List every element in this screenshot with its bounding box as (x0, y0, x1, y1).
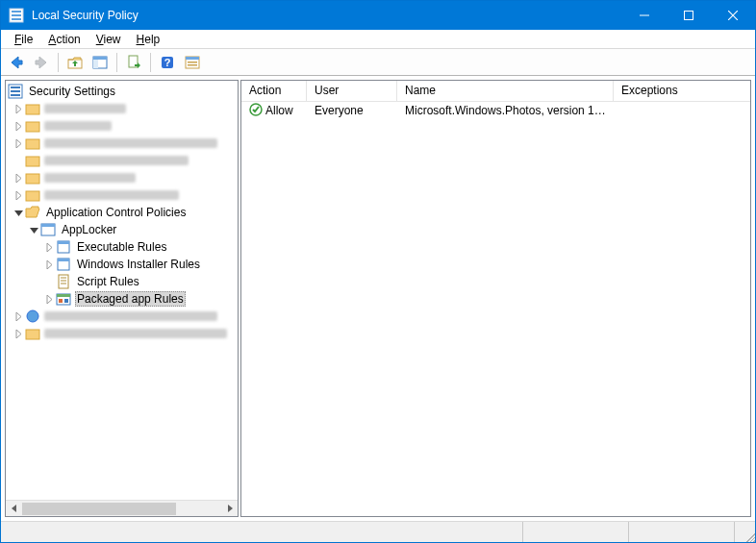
tree-exe-rules[interactable]: Executable Rules (8, 238, 238, 256)
applocker-icon (40, 222, 56, 237)
folder-icon (25, 153, 40, 168)
tree-script-rules-label: Script Rules (75, 275, 141, 288)
body: Security Settings Application Control Po… (1, 76, 755, 521)
back-button[interactable] (5, 52, 28, 73)
cell-name: Microsoft.Windows.Photos, version 16.... (397, 104, 614, 117)
status-cell (522, 522, 628, 542)
chevron-right-icon[interactable] (42, 258, 56, 271)
list-body[interactable]: Allow Everyone Microsoft.Windows.Photos,… (241, 102, 750, 516)
rules-icon (56, 257, 71, 272)
up-button[interactable] (63, 52, 87, 73)
chevron-right-icon[interactable] (12, 119, 25, 133)
tree-applocker[interactable]: AppLocker (8, 221, 238, 238)
svg-rect-38 (59, 299, 63, 303)
allow-icon (249, 103, 263, 119)
svg-rect-26 (26, 157, 39, 166)
menu-action[interactable]: Action (40, 31, 88, 48)
chevron-right-icon[interactable] (12, 136, 25, 150)
tree-packaged-app-rules-label: Packaged app Rules (75, 291, 186, 307)
tree-blurred-item[interactable] (8, 169, 238, 186)
menubar: File Action View Help (1, 30, 755, 49)
chevron-down-icon[interactable] (27, 223, 40, 236)
svg-rect-34 (58, 259, 69, 261)
properties-button[interactable] (181, 52, 204, 73)
tree-packaged-app-rules[interactable]: Packaged app Rules (8, 290, 238, 308)
chevron-right-icon[interactable] (12, 171, 25, 185)
svg-rect-28 (26, 191, 39, 201)
chevron-right-icon[interactable] (42, 240, 56, 254)
tree-blurred-item[interactable] (8, 308, 238, 325)
scroll-track[interactable] (22, 501, 221, 517)
minimize-button[interactable] (622, 1, 667, 30)
cell-action: Allow (265, 104, 293, 117)
svg-rect-21 (11, 90, 20, 92)
tree-app-control-label: Application Control Policies (44, 206, 188, 219)
tree-blurred-item[interactable] (8, 117, 238, 135)
svg-rect-22 (11, 94, 20, 96)
col-exceptions[interactable]: Exceptions (614, 81, 750, 101)
tree-script-rules[interactable]: Script Rules (8, 273, 238, 290)
scroll-thumb[interactable] (22, 503, 176, 515)
col-user[interactable]: User (307, 81, 397, 101)
col-action[interactable]: Action (241, 81, 307, 101)
tree-blurred-item[interactable] (8, 152, 238, 169)
chevron-right-icon[interactable] (12, 188, 25, 202)
statusbar (1, 521, 755, 542)
close-button[interactable] (711, 1, 755, 30)
svg-rect-35 (59, 275, 68, 288)
tree-blurred-item[interactable] (8, 325, 238, 342)
maximize-button[interactable] (667, 1, 711, 30)
ipsec-icon (25, 309, 40, 324)
tree-blurred-item[interactable] (8, 135, 238, 152)
svg-rect-41 (26, 330, 39, 339)
chevron-right-icon[interactable] (12, 102, 25, 115)
svg-rect-1 (12, 11, 21, 12)
menu-view-rest: iew (104, 33, 121, 46)
tree-root[interactable]: Security Settings (8, 83, 238, 100)
tree-app-control[interactable]: Application Control Policies (8, 204, 238, 221)
resize-grip-icon[interactable] (734, 522, 755, 542)
tree-blurred-item[interactable] (8, 100, 238, 117)
chevron-down-icon[interactable] (12, 206, 25, 219)
cell-user: Everyone (307, 104, 397, 117)
col-name[interactable]: Name (397, 81, 614, 101)
tree-exe-rules-label: Executable Rules (75, 240, 168, 254)
svg-rect-39 (64, 299, 68, 303)
tree-wi-rules-label: Windows Installer Rules (75, 258, 202, 271)
svg-rect-10 (93, 57, 107, 60)
horizontal-scrollbar[interactable] (6, 500, 238, 516)
tree-blurred-item[interactable] (8, 186, 238, 204)
svg-text:?: ? (164, 57, 171, 68)
chevron-right-icon[interactable] (42, 292, 56, 306)
folder-open-icon (25, 205, 40, 220)
titlebar[interactable]: Local Security Policy (1, 1, 755, 30)
chevron-right-icon[interactable] (12, 309, 25, 323)
chevron-right-icon[interactable] (12, 327, 25, 340)
svg-rect-30 (41, 224, 55, 227)
folder-icon (25, 326, 40, 341)
svg-rect-18 (188, 64, 197, 66)
svg-rect-11 (93, 60, 98, 68)
tree-applocker-label: AppLocker (60, 223, 118, 236)
security-settings-icon (8, 84, 23, 99)
svg-rect-27 (26, 174, 39, 184)
menu-file[interactable]: File (7, 31, 40, 48)
help-button[interactable]: ? (156, 52, 179, 73)
scroll-right-icon[interactable] (221, 501, 238, 517)
svg-rect-3 (12, 18, 21, 20)
svg-rect-37 (57, 294, 70, 297)
list-row[interactable]: Allow Everyone Microsoft.Windows.Photos,… (241, 102, 750, 119)
script-icon (56, 274, 71, 289)
show-hide-tree-button[interactable] (88, 52, 112, 73)
scroll-left-icon[interactable] (6, 501, 22, 517)
menu-view[interactable]: View (88, 31, 129, 48)
tree[interactable]: Security Settings Application Control Po… (6, 81, 238, 500)
export-button[interactable] (122, 52, 145, 73)
list-pane: Action User Name Exceptions Allow Everyo… (240, 80, 751, 517)
forward-button[interactable] (30, 52, 53, 73)
menu-file-rest: ile (21, 33, 33, 46)
packaged-app-icon (56, 291, 71, 307)
svg-rect-23 (26, 105, 39, 114)
menu-help[interactable]: Help (129, 31, 168, 48)
tree-wi-rules[interactable]: Windows Installer Rules (8, 256, 238, 273)
